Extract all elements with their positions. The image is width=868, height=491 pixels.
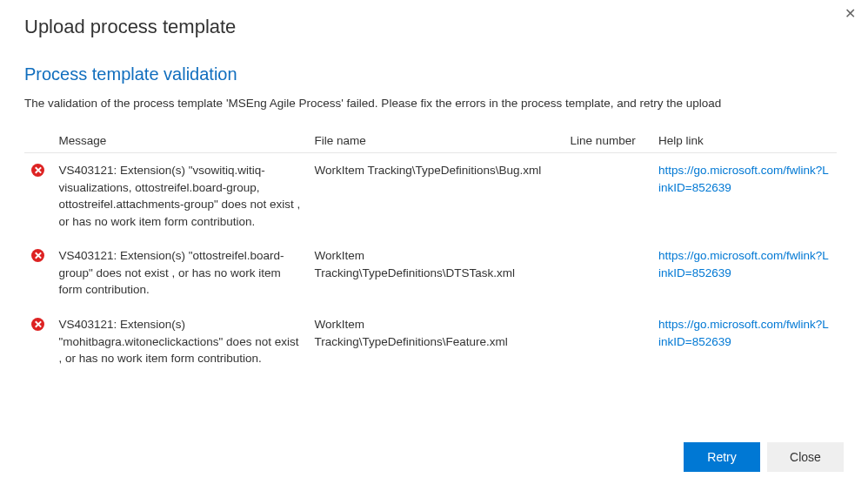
col-header-help: Help link — [651, 129, 837, 153]
cell-line — [564, 153, 651, 239]
validation-description: The validation of the process template '… — [24, 97, 837, 110]
table-row: VS403121: Extension(s) "vsowitiq.witiq-v… — [24, 153, 837, 239]
error-icon — [31, 249, 44, 262]
cell-line — [564, 307, 651, 376]
table-row: VS403121: Extension(s) "ottostreifel.boa… — [24, 239, 837, 307]
table-row: VS403121: Extension(s) "mohitbagra.witon… — [24, 307, 837, 376]
cell-message: VS403121: Extension(s) "ottostreifel.boa… — [51, 239, 307, 307]
col-header-line: Line number — [564, 129, 651, 153]
dialog-button-row: Retry Close — [24, 427, 844, 491]
dialog-title: Upload process template — [24, 16, 844, 38]
section-title: Process template validation — [24, 64, 837, 84]
col-header-message: Message — [51, 129, 307, 153]
error-icon — [31, 164, 44, 177]
help-link[interactable]: https://go.microsoft.com/fwlink?LinkID=8… — [658, 318, 829, 348]
help-link[interactable]: https://go.microsoft.com/fwlink?LinkID=8… — [658, 249, 829, 279]
validation-errors-table: Message File name Line number Help link … — [24, 129, 837, 376]
help-link[interactable]: https://go.microsoft.com/fwlink?LinkID=8… — [658, 164, 829, 194]
retry-button[interactable]: Retry — [684, 442, 760, 472]
upload-process-template-dialog: ✕ Upload process template Process templa… — [0, 0, 868, 491]
close-button[interactable]: Close — [767, 442, 844, 472]
col-header-icon — [24, 129, 51, 153]
cell-file: WorkItem Tracking\TypeDefinitions\DTSTas… — [308, 239, 564, 307]
cell-file: WorkItem Tracking\TypeDefinitions\Featur… — [308, 307, 564, 376]
cell-line — [564, 239, 651, 307]
cell-message: VS403121: Extension(s) "vsowitiq.witiq-v… — [51, 153, 307, 239]
col-header-file: File name — [308, 129, 564, 153]
content-scroll[interactable]: Process template validation The validati… — [24, 64, 844, 427]
close-icon[interactable]: ✕ — [845, 7, 856, 21]
cell-message: VS403121: Extension(s) "mohitbagra.witon… — [51, 307, 307, 376]
error-icon — [31, 318, 44, 331]
cell-file: WorkItem Tracking\TypeDefinitions\Bug.xm… — [308, 153, 564, 239]
